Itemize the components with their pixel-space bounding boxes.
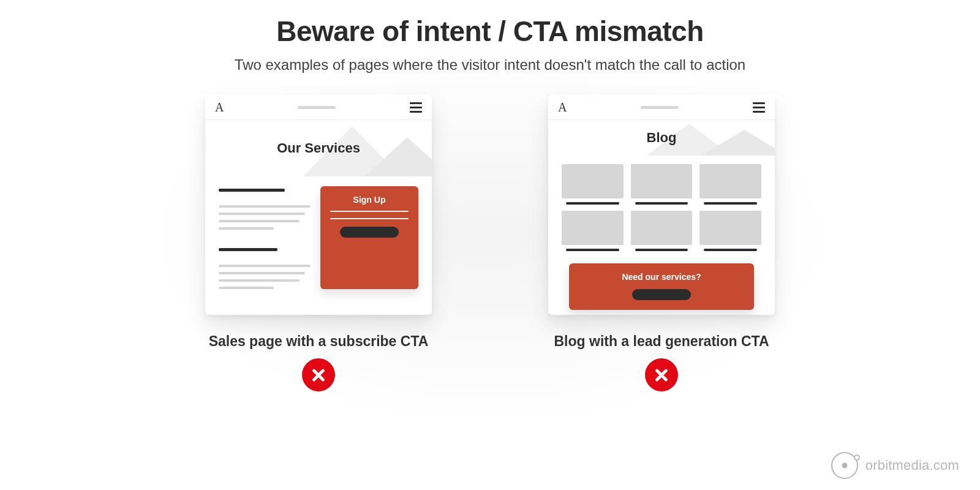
attribution-text: orbitmedia.com	[865, 458, 959, 473]
cta-card-signup: Sign Up	[320, 186, 418, 289]
example-blog-page: A Blog	[548, 94, 775, 391]
blog-card	[562, 211, 624, 251]
menu-icon	[753, 102, 765, 113]
header-placeholder-bar	[641, 106, 679, 109]
x-circle-icon	[302, 358, 335, 391]
blog-card	[699, 164, 761, 205]
cta-input-line	[330, 211, 409, 212]
cta-label: Sign Up	[353, 195, 386, 205]
blog-card	[562, 164, 624, 205]
mock-header: A	[548, 94, 775, 120]
blog-card	[699, 211, 761, 251]
cta-card-services: Need our services?	[569, 263, 754, 310]
page-title: Beware of intent / CTA mismatch	[0, 0, 980, 48]
x-circle-icon	[645, 358, 678, 391]
cta-input-line	[330, 218, 409, 219]
blog-card	[631, 164, 693, 205]
logo-letter: A	[558, 100, 567, 115]
attribution: orbitmedia.com	[831, 452, 959, 479]
hero-title: Our Services	[277, 140, 360, 156]
examples-row: A Our Services	[0, 94, 980, 391]
mock-header: A	[205, 94, 432, 120]
example-caption: Blog with a lead generation CTA	[554, 333, 769, 350]
hero-area: Our Services	[205, 120, 432, 176]
mock-blog-page: A Blog	[548, 94, 775, 315]
hero-title: Blog	[647, 130, 677, 146]
page-subtitle: Two examples of pages where the visitor …	[0, 56, 980, 74]
cta-label: Need our services?	[622, 272, 701, 282]
mock-body	[548, 156, 775, 255]
cta-button-placeholder	[632, 289, 691, 300]
header-placeholder-bar	[298, 106, 336, 109]
orbit-logo-icon	[831, 452, 858, 479]
cta-button-placeholder	[340, 227, 399, 238]
menu-icon	[410, 102, 422, 113]
logo-letter: A	[215, 100, 224, 115]
blog-grid	[562, 164, 761, 251]
mock-sales-page: A Our Services	[205, 94, 432, 315]
hero-area: Blog	[548, 120, 775, 156]
text-column	[219, 186, 311, 289]
example-sales-page: A Our Services	[205, 94, 432, 391]
mock-body: Sign Up	[205, 176, 432, 300]
example-caption: Sales page with a subscribe CTA	[209, 333, 429, 350]
blog-card	[631, 211, 693, 251]
mountains-illustration	[622, 120, 775, 156]
